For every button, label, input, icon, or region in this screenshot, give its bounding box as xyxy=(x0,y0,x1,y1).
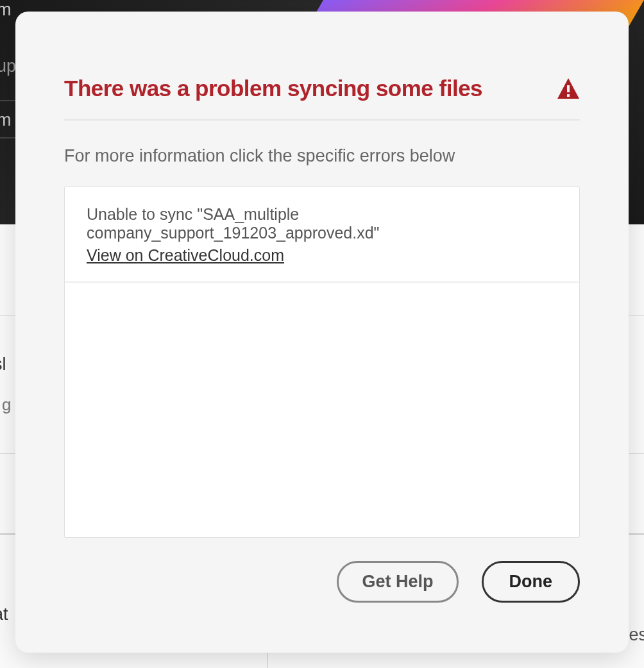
error-list[interactable]: Unable to sync "SAA_multiple company_sup… xyxy=(64,187,580,538)
svg-rect-0 xyxy=(567,85,570,92)
bg-text-fragment: up xyxy=(0,56,16,76)
bg-row-title-fragment: sl xyxy=(0,355,11,374)
dialog-header: There was a problem syncing some files xyxy=(64,76,580,101)
bg-text-fragment: m xyxy=(0,110,12,130)
svg-rect-1 xyxy=(567,94,570,97)
done-button[interactable]: Done xyxy=(482,561,580,603)
bg-right-text-fragment: es xyxy=(629,625,644,645)
dialog-title: There was a problem syncing some files xyxy=(64,76,482,101)
dialog-subtitle: For more information click the specific … xyxy=(64,146,580,166)
error-item[interactable]: Unable to sync "SAA_multiple company_sup… xyxy=(65,187,579,283)
warning-icon xyxy=(557,77,580,100)
bg-row-title-fragment: at xyxy=(0,605,8,624)
bg-vertical-divider xyxy=(267,653,268,668)
sync-error-dialog: There was a problem syncing some files F… xyxy=(15,12,629,653)
view-on-cloud-link[interactable]: View on CreativeCloud.com xyxy=(87,246,284,264)
get-help-button[interactable]: Get Help xyxy=(337,561,458,603)
dialog-divider xyxy=(64,119,580,121)
error-message: Unable to sync "SAA_multiple company_sup… xyxy=(87,205,557,242)
dialog-footer: Get Help Done xyxy=(64,561,580,603)
bg-row-sub-fragment: l g xyxy=(0,395,11,415)
bg-text-fragment: m xyxy=(0,0,12,20)
